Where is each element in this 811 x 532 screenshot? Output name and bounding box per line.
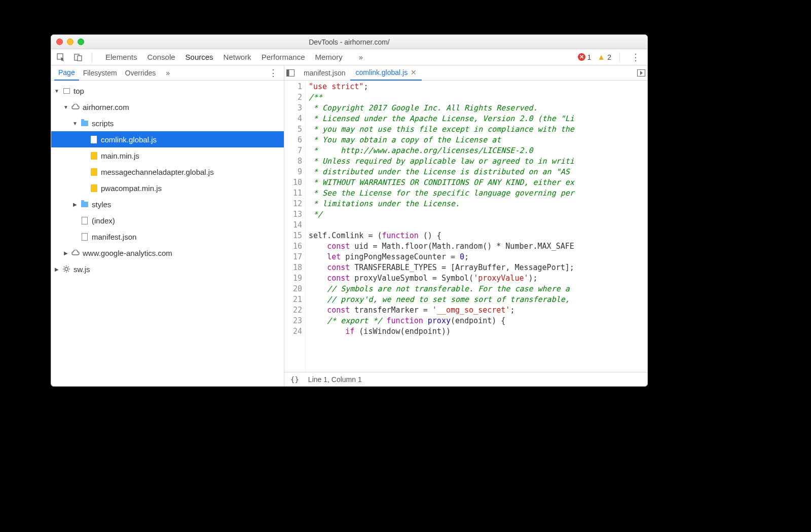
tree-label: sw.js (73, 265, 90, 274)
tree-label: main.min.js (101, 151, 139, 160)
separator (619, 52, 620, 62)
js-file-icon (90, 184, 98, 192)
tab-sources[interactable]: Sources (180, 49, 218, 65)
file-tab[interactable]: manifest.json (299, 65, 350, 81)
svg-rect-13 (287, 69, 289, 76)
svg-line-11 (68, 267, 69, 268)
devtools-window: DevTools - airhorner.com/ ElementsConsol… (51, 34, 648, 387)
cloud-icon (71, 103, 80, 111)
tree-file[interactable]: manifest.json (51, 229, 284, 245)
subtab-overrides[interactable]: Overrides (121, 65, 160, 81)
svg-line-9 (68, 271, 69, 272)
chevron-down-icon: ▼ (63, 104, 68, 110)
svg-point-3 (65, 268, 68, 271)
subtab-page[interactable]: Page (54, 65, 79, 81)
svg-marker-15 (640, 71, 643, 75)
cursor-position: Line 1, Column 1 (308, 375, 362, 384)
tree-domain[interactable]: ▼ airhorner.com (51, 99, 284, 115)
tree-label: airhorner.com (83, 103, 129, 111)
tree-label: comlink.global.js (101, 135, 157, 144)
tree-folder-styles[interactable]: ▶ styles (51, 196, 284, 212)
toggle-navigator-icon[interactable] (286, 69, 298, 77)
code-content[interactable]: "use strict";/** * Copyright 2017 Google… (306, 81, 647, 372)
error-icon: ✕ (578, 53, 585, 61)
tree-file[interactable]: comlink.global.js (51, 131, 284, 147)
warning-icon: ▲ (597, 53, 605, 62)
chevron-right-icon: ▶ (63, 250, 68, 256)
tree-file[interactable]: messagechanneladapter.global.js (51, 164, 284, 180)
titlebar: DevTools - airhorner.com/ (51, 35, 647, 49)
file-icon (81, 233, 89, 241)
tree-label: messagechanneladapter.global.js (101, 168, 214, 176)
tree-domain[interactable]: ▶ www.google-analytics.com (51, 245, 284, 261)
tree-file[interactable]: main.min.js (51, 147, 284, 164)
cloud-icon (71, 249, 80, 257)
error-count[interactable]: ✕ 1 (578, 53, 592, 61)
warning-count[interactable]: ▲ 2 (597, 53, 611, 62)
tree-label: top (73, 87, 84, 95)
js-file-icon (90, 151, 98, 160)
more-tabs[interactable]: » (354, 49, 368, 65)
svg-line-10 (64, 271, 65, 272)
file-icon (81, 216, 89, 224)
editor-pane: manifest.jsoncomlink.global.js✕ 12345678… (284, 65, 647, 386)
tree-service-worker[interactable]: ▶ sw.js (51, 261, 284, 277)
file-tab[interactable]: comlink.global.js✕ (350, 65, 422, 81)
chevron-right-icon: ▶ (54, 267, 59, 272)
close-icon[interactable]: ✕ (411, 68, 417, 77)
file-tree[interactable]: ▼ top ▼ airhorner.com ▼ scripts comlink.… (51, 81, 284, 386)
tree-label: manifest.json (92, 233, 136, 241)
chevron-down-icon: ▼ (54, 88, 59, 94)
toggle-debugger-icon[interactable] (637, 69, 645, 77)
tree-label: styles (92, 200, 111, 209)
file-tab-label: manifest.json (304, 69, 345, 77)
chevron-down-icon: ▼ (72, 121, 78, 126)
js-file-icon (90, 135, 98, 143)
chevron-right-icon: ▶ (72, 202, 78, 207)
folder-icon (81, 200, 89, 208)
code-editor[interactable]: 123456789101112131415161718192021222324 … (284, 81, 647, 372)
inspect-element-icon[interactable] (55, 52, 66, 63)
tree-label: pwacompat.min.js (101, 184, 162, 193)
tab-performance[interactable]: Performance (256, 49, 310, 65)
device-mode-icon[interactable] (72, 52, 84, 63)
pretty-print-button[interactable]: {} (290, 375, 299, 384)
js-file-icon (90, 168, 98, 176)
navigator-menu-icon[interactable]: ⋮ (266, 67, 281, 79)
folder-icon (81, 119, 89, 127)
svg-line-8 (64, 267, 65, 268)
line-gutter: 123456789101112131415161718192021222324 (284, 81, 306, 372)
separator (92, 52, 92, 62)
error-count-value: 1 (587, 53, 592, 61)
window-title: DevTools - airhorner.com/ (51, 38, 647, 46)
warning-count-value: 2 (607, 53, 611, 61)
tree-top[interactable]: ▼ top (51, 83, 284, 99)
tree-label: www.google-analytics.com (83, 249, 172, 257)
main-tabs: ElementsConsoleSourcesNetworkPerformance… (51, 49, 647, 65)
tab-elements[interactable]: Elements (100, 49, 142, 65)
tree-folder-scripts[interactable]: ▼ scripts (51, 115, 284, 131)
subtab-filesystem[interactable]: Filesystem (79, 65, 121, 81)
more-subtabs[interactable]: » (163, 69, 173, 77)
tab-memory[interactable]: Memory (310, 49, 348, 65)
navigator-subtabs: PageFilesystemOverrides » ⋮ (51, 65, 284, 81)
tree-file[interactable]: (index) (51, 212, 284, 229)
settings-menu-icon[interactable]: ⋮ (628, 52, 643, 63)
tree-file[interactable]: pwacompat.min.js (51, 180, 284, 196)
tab-console[interactable]: Console (142, 49, 180, 65)
tab-network[interactable]: Network (218, 49, 256, 65)
tree-label: (index) (92, 216, 115, 225)
tree-label: scripts (92, 119, 114, 128)
frame-icon (62, 87, 70, 95)
svg-rect-2 (78, 56, 82, 61)
navigator-pane: PageFilesystemOverrides » ⋮ ▼ top ▼ airh… (51, 65, 284, 386)
file-tabs: manifest.jsoncomlink.global.js✕ (284, 65, 647, 81)
status-bar: {} Line 1, Column 1 (284, 372, 647, 386)
gear-icon (62, 265, 70, 273)
file-tab-label: comlink.global.js (355, 68, 408, 77)
